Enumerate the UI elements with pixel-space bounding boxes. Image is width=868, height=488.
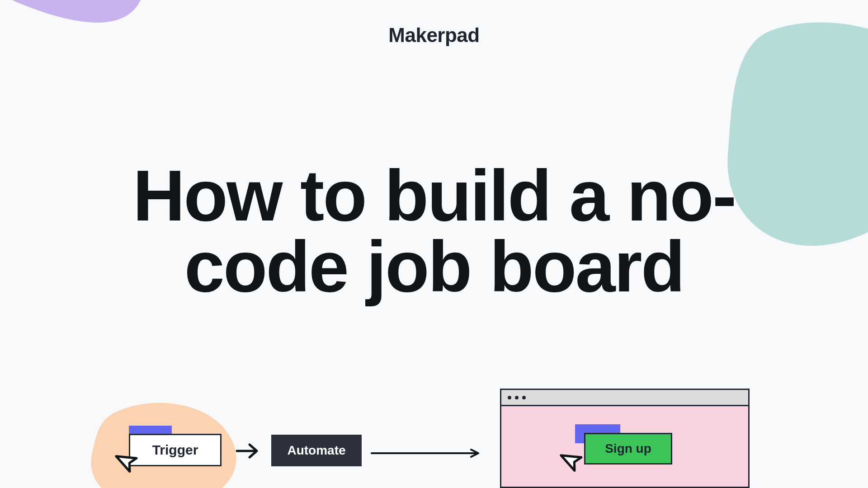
window-dot-icon [522, 396, 526, 399]
cursor-icon [559, 447, 587, 475]
automate-label: Automate [287, 443, 345, 458]
signup-label: Sign up [605, 441, 651, 456]
automate-node: Automate [271, 435, 362, 466]
trigger-label: Trigger [152, 442, 198, 458]
signup-button[interactable]: Sign up [584, 433, 672, 465]
app-titlebar [501, 390, 748, 406]
brand-wordmark: Makerpad [388, 24, 479, 47]
window-dot-icon [515, 396, 519, 399]
page-title: How to build a no-code job board [72, 160, 796, 302]
window-dot-icon [508, 396, 511, 399]
trigger-node: Trigger [129, 434, 222, 466]
cursor-icon [114, 448, 142, 476]
arrow-right-icon [235, 441, 262, 461]
purple-blob [0, 0, 172, 108]
arrow-long-right-icon [371, 449, 484, 458]
